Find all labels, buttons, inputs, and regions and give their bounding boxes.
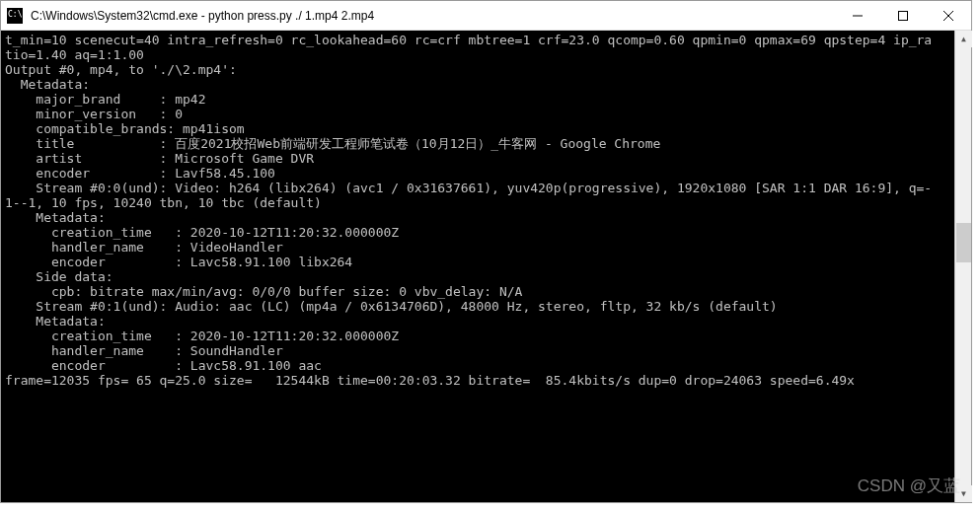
titlebar[interactable]: C:\Windows\System32\cmd.exe - python pre… (1, 1, 971, 31)
terminal-output[interactable]: t_min=10 scenecut=40 intra_refresh=0 rc_… (1, 31, 971, 502)
scroll-down-button[interactable]: ▼ (955, 485, 972, 502)
scrollbar-track[interactable] (955, 47, 971, 485)
close-button[interactable] (926, 1, 971, 31)
window-title: C:\Windows\System32\cmd.exe - python pre… (29, 9, 835, 23)
scroll-up-button[interactable]: ▲ (955, 31, 972, 47)
maximize-button[interactable] (880, 1, 926, 31)
cmd-window: C:\Windows\System32\cmd.exe - python pre… (0, 0, 972, 503)
maximize-icon (898, 11, 908, 21)
minimize-icon (853, 11, 863, 21)
minimize-button[interactable] (835, 1, 880, 31)
svg-rect-1 (899, 12, 908, 21)
window-controls (835, 1, 971, 30)
cmd-icon (7, 8, 23, 24)
vertical-scrollbar[interactable]: ▲ ▼ (954, 31, 971, 502)
close-icon (943, 11, 953, 21)
scrollbar-thumb[interactable] (956, 223, 971, 262)
